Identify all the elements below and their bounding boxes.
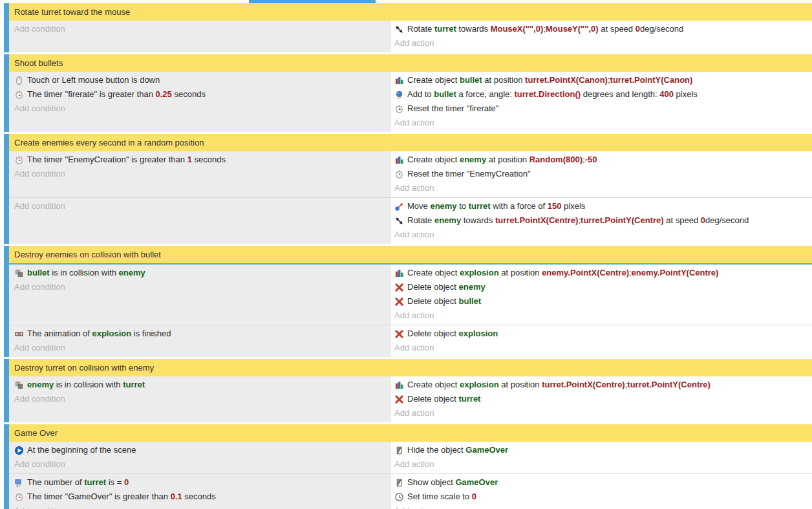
- item-text: Touch or Left mouse button is down: [27, 73, 160, 87]
- action-item[interactable]: Delete object enemy: [394, 280, 812, 294]
- add-condition-button[interactable]: Add condition: [14, 392, 390, 406]
- text-segment: turret: [459, 394, 481, 404]
- event-row: enemy is in collision with turretAdd con…: [9, 376, 812, 422]
- add-condition-button[interactable]: Add condition: [14, 504, 390, 509]
- event-group-header[interactable]: Game Over: [9, 424, 812, 442]
- item-text: The timer "EnemyCreation" is greater tha…: [27, 153, 226, 167]
- text-segment: is =: [106, 477, 124, 487]
- event-row: Touch or Left mouse button is downThe ti…: [9, 72, 812, 132]
- add-action-button[interactable]: Add action: [394, 116, 812, 130]
- condition-item[interactable]: x?The number of turret is = 0: [14, 475, 390, 490]
- delete-icon: [394, 296, 405, 307]
- add-condition-button[interactable]: Add condition: [14, 167, 390, 181]
- text-segment: turret: [123, 380, 145, 389]
- action-item[interactable]: Reset the timer "EnemyCreation": [394, 167, 812, 181]
- text-segment: turret: [469, 201, 491, 211]
- add-condition-button[interactable]: Add condition: [14, 22, 390, 36]
- action-item[interactable]: Move enemy to turret with a force of 150…: [394, 199, 812, 213]
- action-item[interactable]: Create object explosion at position turr…: [394, 378, 812, 392]
- text-segment: deg/second: [640, 24, 683, 34]
- action-item[interactable]: Rotate turret towards MouseX("",0);Mouse…: [394, 22, 812, 36]
- condition-item[interactable]: At the beginning of the scene: [14, 443, 390, 457]
- text-segment: at speed: [599, 24, 636, 34]
- event-group-header[interactable]: Destroy turret on collision with enemy: [9, 359, 812, 376]
- text-segment: bullet: [434, 89, 456, 99]
- add-condition-button[interactable]: Add condition: [14, 341, 390, 355]
- text-segment: Delete object: [407, 296, 459, 306]
- text-segment: towards: [456, 24, 491, 34]
- action-item[interactable]: Show object GameOver: [394, 475, 812, 490]
- conditions-panel: x?The number of turret is = 0The timer "…: [9, 474, 390, 509]
- text-segment: turret.Direction(): [515, 89, 581, 99]
- text-segment: enemy: [459, 282, 486, 292]
- conditions-panel: Touch or Left mouse button is downThe ti…: [9, 72, 390, 132]
- action-item[interactable]: Rotate enemy towards turret.PointX(Centr…: [394, 213, 812, 228]
- add-condition-button[interactable]: Add condition: [14, 280, 390, 294]
- add-action-button[interactable]: Add action: [394, 228, 812, 242]
- text-segment: pixels: [562, 201, 586, 211]
- event-group-header[interactable]: Rotate turret toward the mouse: [9, 3, 812, 21]
- condition-item[interactable]: The timer "GameOver" is greater than 0.1…: [14, 490, 390, 504]
- add-action-button[interactable]: Add action: [394, 341, 812, 355]
- text-segment: -50: [585, 155, 597, 164]
- item-text: bullet is in collision with enemy: [27, 266, 145, 280]
- action-item[interactable]: Delete object explosion: [394, 327, 812, 341]
- condition-item[interactable]: The timer "firerate" is greater than 0.2…: [14, 87, 390, 102]
- event-row: The animation of explosion is finishedAd…: [9, 325, 812, 357]
- action-item[interactable]: Create object explosion at position enem…: [394, 266, 812, 280]
- text-segment: At the beginning of the scene: [27, 445, 136, 455]
- item-text: Add to bullet a force, angle: turret.Dir…: [407, 87, 698, 102]
- add-condition-button[interactable]: Add condition: [14, 457, 390, 471]
- conditions-panel: Add condition: [9, 198, 390, 244]
- add-action-button[interactable]: Add action: [394, 181, 812, 195]
- text-segment: turret.PointX(Canon): [525, 75, 608, 85]
- actions-panel: Create object enemy at position Random(8…: [390, 151, 812, 197]
- conditions-panel: At the beginning of the sceneAdd conditi…: [9, 442, 390, 473]
- text-segment: seconds: [172, 89, 206, 99]
- item-text: The animation of explosion is finished: [27, 327, 171, 341]
- text-segment: GameOver: [455, 477, 498, 487]
- text-segment: 0: [472, 492, 476, 501]
- text-segment: turret.PointY(Centre): [581, 215, 664, 225]
- text-segment: Create object: [407, 380, 460, 389]
- text-segment: is finished: [131, 329, 171, 338]
- action-item[interactable]: Reset the timer "firerate": [394, 102, 812, 116]
- action-item[interactable]: Create object enemy at position Random(8…: [394, 153, 812, 167]
- text-segment: Move: [407, 201, 430, 211]
- add-action-button[interactable]: Add action: [394, 504, 812, 509]
- text-segment: at speed: [664, 215, 701, 225]
- event-group-header[interactable]: Destroy enemies on collision with bullet: [9, 246, 812, 263]
- text-segment: explosion: [460, 380, 499, 389]
- add-condition-button[interactable]: Add condition: [14, 102, 390, 116]
- text-segment: enemy: [430, 201, 456, 211]
- text-segment: 400: [659, 89, 674, 99]
- action-item[interactable]: Set time scale to 0: [394, 490, 812, 504]
- mouse-icon: [14, 75, 25, 85]
- condition-item[interactable]: The animation of explosion is finished: [14, 327, 390, 341]
- add-action-button[interactable]: Add action: [394, 36, 812, 50]
- action-item[interactable]: Delete object bullet: [394, 294, 812, 309]
- action-item[interactable]: Delete object turret: [394, 392, 812, 406]
- condition-item[interactable]: enemy is in collision with turret: [14, 378, 390, 392]
- condition-item[interactable]: The timer "EnemyCreation" is greater tha…: [14, 153, 390, 167]
- add-condition-button[interactable]: Add condition: [14, 199, 390, 213]
- add-action-button[interactable]: Add action: [394, 406, 812, 420]
- action-item[interactable]: Create object bullet at position turret.…: [394, 73, 812, 87]
- text-segment: GameOver: [465, 445, 508, 455]
- condition-item[interactable]: Touch or Left mouse button is down: [14, 73, 390, 87]
- text-segment: to: [457, 201, 469, 211]
- event-group: Rotate turret toward the mouseAdd condit…: [4, 3, 812, 52]
- item-text: Rotate enemy towards turret.PointX(Centr…: [407, 213, 749, 228]
- condition-item[interactable]: bullet is in collision with enemy: [14, 266, 390, 280]
- event-group-header[interactable]: Create enemies every second in a random …: [9, 134, 812, 151]
- actions-panel: Create object bullet at position turret.…: [390, 72, 812, 132]
- event-group-header[interactable]: Shoot bullets: [9, 54, 812, 72]
- add-action-button[interactable]: Add action: [394, 309, 812, 323]
- text-segment: The timer "firerate" is greater than: [27, 89, 156, 99]
- action-item[interactable]: Add to bullet a force, angle: turret.Dir…: [394, 87, 812, 102]
- action-item[interactable]: Hide the object GameOver: [394, 443, 812, 457]
- item-text: The timer "firerate" is greater than 0.2…: [27, 87, 206, 102]
- timer-icon: [14, 89, 25, 100]
- text-segment: turret: [434, 24, 456, 34]
- add-action-button[interactable]: Add action: [394, 457, 812, 471]
